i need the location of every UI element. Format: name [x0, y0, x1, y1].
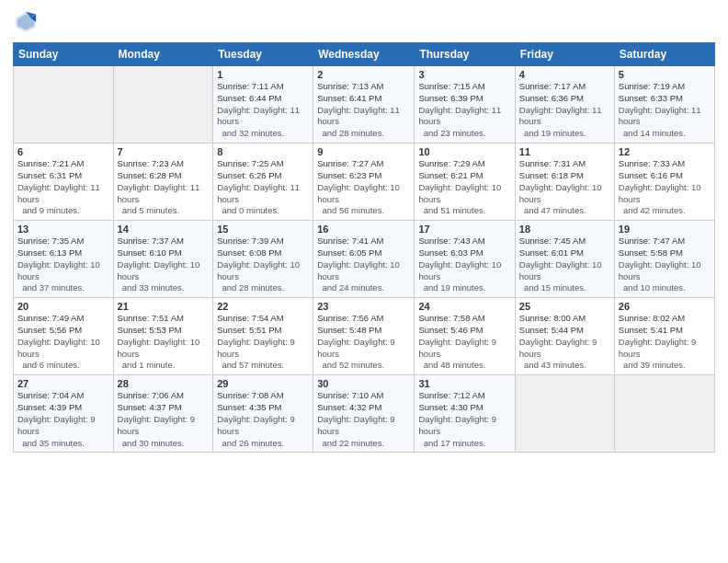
day-number: 24 [418, 301, 510, 312]
week-row-3: 13Sunrise: 7:35 AMSunset: 6:13 PMDayligh… [14, 221, 715, 298]
day-cell: 20Sunrise: 7:49 AMSunset: 5:56 PMDayligh… [14, 298, 114, 375]
day-number: 1 [217, 69, 309, 80]
day-info: Sunrise: 7:29 AMSunset: 6:21 PMDaylight:… [418, 158, 510, 217]
day-cell: 25Sunrise: 8:00 AMSunset: 5:44 PMDayligh… [515, 298, 614, 375]
day-info: Sunrise: 7:11 AMSunset: 6:44 PMDaylight:… [217, 81, 309, 140]
week-row-2: 6Sunrise: 7:21 AMSunset: 6:31 PMDaylight… [14, 144, 715, 221]
day-cell: 16Sunrise: 7:41 AMSunset: 6:05 PMDayligh… [313, 221, 415, 298]
day-info: Sunrise: 7:19 AMSunset: 6:33 PMDaylight:… [619, 81, 711, 140]
day-number: 16 [317, 224, 410, 235]
week-row-5: 27Sunrise: 7:04 AMSunset: 4:39 PMDayligh… [14, 375, 715, 453]
day-number: 22 [217, 301, 309, 312]
day-number: 31 [418, 378, 510, 389]
day-number: 4 [519, 69, 610, 80]
weekday-header-wednesday: Wednesday [313, 43, 415, 66]
day-number: 18 [519, 224, 610, 235]
day-info: Sunrise: 7:23 AMSunset: 6:28 PMDaylight:… [118, 158, 210, 217]
day-cell: 14Sunrise: 7:37 AMSunset: 6:10 PMDayligh… [113, 221, 213, 298]
day-info: Sunrise: 7:51 AMSunset: 5:53 PMDaylight:… [118, 313, 210, 372]
day-number: 17 [418, 224, 510, 235]
day-info: Sunrise: 7:25 AMSunset: 6:26 PMDaylight:… [217, 158, 309, 217]
day-info: Sunrise: 7:54 AMSunset: 5:51 PMDaylight:… [217, 313, 309, 372]
day-info: Sunrise: 7:33 AMSunset: 6:16 PMDaylight:… [619, 158, 711, 217]
day-cell: 28Sunrise: 7:06 AMSunset: 4:37 PMDayligh… [113, 375, 213, 453]
weekday-header-tuesday: Tuesday [213, 43, 313, 66]
day-cell [614, 375, 714, 453]
day-cell [14, 66, 114, 144]
day-info: Sunrise: 7:06 AMSunset: 4:37 PMDaylight:… [118, 390, 210, 449]
day-number: 29 [217, 378, 309, 389]
day-info: Sunrise: 7:43 AMSunset: 6:03 PMDaylight:… [418, 236, 510, 294]
weekday-header-row: SundayMondayTuesdayWednesdayThursdayFrid… [14, 43, 715, 66]
day-info: Sunrise: 7:15 AMSunset: 6:39 PMDaylight:… [418, 81, 510, 140]
day-info: Sunrise: 7:47 AMSunset: 5:58 PMDaylight:… [619, 236, 711, 294]
day-number: 10 [418, 146, 510, 157]
day-info: Sunrise: 7:21 AMSunset: 6:31 PMDaylight:… [17, 158, 109, 217]
day-info: Sunrise: 8:02 AMSunset: 5:41 PMDaylight:… [619, 313, 711, 372]
day-info: Sunrise: 7:10 AMSunset: 4:32 PMDaylight:… [317, 390, 410, 449]
day-number: 6 [17, 146, 109, 157]
day-cell: 3Sunrise: 7:15 AMSunset: 6:39 PMDaylight… [415, 66, 515, 144]
day-cell: 27Sunrise: 7:04 AMSunset: 4:39 PMDayligh… [14, 375, 114, 453]
day-cell [113, 66, 213, 144]
day-number: 25 [519, 301, 610, 312]
day-info: Sunrise: 7:08 AMSunset: 4:35 PMDaylight:… [217, 390, 309, 449]
day-number: 2 [317, 69, 410, 80]
day-number: 15 [217, 224, 309, 235]
day-cell: 8Sunrise: 7:25 AMSunset: 6:26 PMDaylight… [213, 144, 313, 221]
logo [13, 9, 42, 35]
day-number: 23 [317, 301, 410, 312]
day-number: 19 [619, 224, 711, 235]
day-cell: 17Sunrise: 7:43 AMSunset: 6:03 PMDayligh… [415, 221, 515, 298]
weekday-header-monday: Monday [113, 43, 213, 66]
day-info: Sunrise: 7:17 AMSunset: 6:36 PMDaylight:… [519, 81, 610, 140]
day-number: 8 [217, 146, 309, 157]
day-cell: 15Sunrise: 7:39 AMSunset: 6:08 PMDayligh… [213, 221, 313, 298]
day-cell [515, 375, 614, 453]
day-info: Sunrise: 7:39 AMSunset: 6:08 PMDaylight:… [217, 236, 309, 294]
day-info: Sunrise: 7:31 AMSunset: 6:18 PMDaylight:… [519, 158, 610, 217]
header [13, 9, 715, 35]
weekday-header-saturday: Saturday [614, 43, 714, 66]
day-cell: 10Sunrise: 7:29 AMSunset: 6:21 PMDayligh… [415, 144, 515, 221]
day-info: Sunrise: 7:13 AMSunset: 6:41 PMDaylight:… [317, 81, 410, 140]
logo-icon [13, 9, 39, 35]
week-row-1: 1Sunrise: 7:11 AMSunset: 6:44 PMDaylight… [14, 66, 715, 144]
day-cell: 23Sunrise: 7:56 AMSunset: 5:48 PMDayligh… [313, 298, 415, 375]
day-number: 21 [118, 301, 210, 312]
day-info: Sunrise: 7:35 AMSunset: 6:13 PMDaylight:… [17, 236, 109, 294]
weekday-header-friday: Friday [515, 43, 614, 66]
day-cell: 12Sunrise: 7:33 AMSunset: 6:16 PMDayligh… [614, 144, 714, 221]
day-info: Sunrise: 7:49 AMSunset: 5:56 PMDaylight:… [17, 313, 109, 372]
day-number: 9 [317, 146, 410, 157]
day-cell: 19Sunrise: 7:47 AMSunset: 5:58 PMDayligh… [614, 221, 714, 298]
calendar-page: SundayMondayTuesdayWednesdayThursdayFrid… [0, 0, 728, 563]
day-info: Sunrise: 7:45 AMSunset: 6:01 PMDaylight:… [519, 236, 610, 294]
day-cell: 18Sunrise: 7:45 AMSunset: 6:01 PMDayligh… [515, 221, 614, 298]
day-number: 20 [17, 301, 109, 312]
day-number: 28 [118, 378, 210, 389]
day-cell: 9Sunrise: 7:27 AMSunset: 6:23 PMDaylight… [313, 144, 415, 221]
day-cell: 11Sunrise: 7:31 AMSunset: 6:18 PMDayligh… [515, 144, 614, 221]
day-number: 11 [519, 146, 610, 157]
day-cell: 24Sunrise: 7:58 AMSunset: 5:46 PMDayligh… [415, 298, 515, 375]
weekday-header-thursday: Thursday [415, 43, 515, 66]
day-number: 12 [619, 146, 711, 157]
day-cell: 22Sunrise: 7:54 AMSunset: 5:51 PMDayligh… [213, 298, 313, 375]
day-info: Sunrise: 7:58 AMSunset: 5:46 PMDaylight:… [418, 313, 510, 372]
day-cell: 2Sunrise: 7:13 AMSunset: 6:41 PMDaylight… [313, 66, 415, 144]
weekday-header-sunday: Sunday [14, 43, 114, 66]
day-number: 7 [118, 146, 210, 157]
day-cell: 30Sunrise: 7:10 AMSunset: 4:32 PMDayligh… [313, 375, 415, 453]
day-info: Sunrise: 7:04 AMSunset: 4:39 PMDaylight:… [17, 390, 109, 449]
day-cell: 7Sunrise: 7:23 AMSunset: 6:28 PMDaylight… [113, 144, 213, 221]
day-info: Sunrise: 7:37 AMSunset: 6:10 PMDaylight:… [118, 236, 210, 294]
day-number: 13 [17, 224, 109, 235]
day-cell: 6Sunrise: 7:21 AMSunset: 6:31 PMDaylight… [14, 144, 114, 221]
week-row-4: 20Sunrise: 7:49 AMSunset: 5:56 PMDayligh… [14, 298, 715, 375]
day-info: Sunrise: 8:00 AMSunset: 5:44 PMDaylight:… [519, 313, 610, 372]
day-cell: 1Sunrise: 7:11 AMSunset: 6:44 PMDaylight… [213, 66, 313, 144]
day-cell: 29Sunrise: 7:08 AMSunset: 4:35 PMDayligh… [213, 375, 313, 453]
day-number: 3 [418, 69, 510, 80]
day-info: Sunrise: 7:12 AMSunset: 4:30 PMDaylight:… [418, 390, 510, 449]
